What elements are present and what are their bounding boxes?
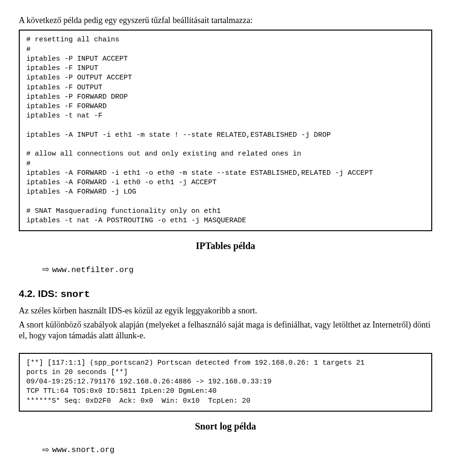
intro-paragraph: A következő példa pedig egy egyszerű tűz…	[19, 15, 432, 26]
iptables-caption: IPTables példa	[19, 241, 432, 251]
arrow-icon: ⇨	[42, 264, 49, 274]
snort-link-line: ⇨ www.snort.org	[42, 445, 432, 455]
netfilter-link[interactable]: www.netfilter.org	[52, 265, 133, 274]
netfilter-link-line: ⇨ www.netfilter.org	[42, 265, 432, 275]
arrow-icon: ⇨	[42, 445, 49, 455]
snort-paragraph-2: A snort különböző szabályok alapján (mel…	[19, 320, 432, 342]
snort-paragraph-1: Az széles körben használt IDS-es közül a…	[19, 305, 432, 316]
section-number: 4.2. IDS:	[19, 288, 61, 299]
snort-log-code-block: [**] [117:1:1] (spp_portscan2) Portscan …	[19, 353, 432, 412]
section-mono: snort	[61, 289, 90, 300]
section-heading: 4.2. IDS: snort	[19, 288, 432, 300]
iptables-code-block: # resetting all chains # iptables -P INP…	[19, 30, 432, 231]
snort-caption: Snort log példa	[19, 421, 432, 432]
snort-link[interactable]: www.snort.org	[52, 445, 115, 454]
